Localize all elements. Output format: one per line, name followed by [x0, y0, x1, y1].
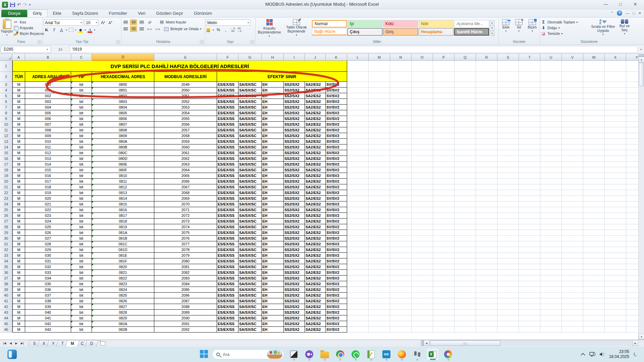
- row-header-20[interactable]: 20: [0, 179, 12, 184]
- row-header-34[interactable]: 34: [0, 258, 12, 264]
- row-header-6[interactable]: 6: [0, 99, 12, 105]
- alignment-dialog-launcher[interactable]: ↘: [200, 40, 204, 44]
- cell[interactable]: [583, 122, 605, 127]
- cell[interactable]: [562, 173, 583, 179]
- cell[interactable]: SA2/ES2: [305, 87, 326, 93]
- cell[interactable]: [519, 162, 540, 167]
- cell[interactable]: SV/SV2: [326, 110, 347, 116]
- cell[interactable]: [519, 264, 540, 270]
- cell[interactable]: [369, 72, 390, 82]
- cell[interactable]: 2064: [154, 167, 217, 173]
- cell[interactable]: [519, 184, 540, 190]
- cell[interactable]: SA/SX/SC: [238, 213, 262, 219]
- cell[interactable]: [605, 127, 626, 133]
- cell[interactable]: 0808: [92, 127, 154, 133]
- vertical-split-handle[interactable]: [639, 54, 644, 57]
- cell[interactable]: 019: [25, 190, 71, 196]
- cell[interactable]: [583, 105, 605, 110]
- cell[interactable]: [540, 82, 562, 87]
- cell[interactable]: [626, 321, 638, 327]
- cell[interactable]: bit: [71, 82, 92, 87]
- cell[interactable]: SA2/ES2: [305, 281, 326, 287]
- cell[interactable]: SS2/SX2: [284, 310, 305, 315]
- cell[interactable]: M: [12, 190, 25, 196]
- cell[interactable]: [540, 224, 562, 230]
- row-header-30[interactable]: 30: [0, 236, 12, 241]
- cell[interactable]: [497, 87, 519, 93]
- cell[interactable]: [583, 219, 605, 224]
- cell[interactable]: bit: [71, 173, 92, 179]
- cell[interactable]: 0800: [92, 82, 154, 87]
- cell[interactable]: SV/SV2: [326, 310, 347, 315]
- cell[interactable]: SS2/SX2: [284, 281, 305, 287]
- cell[interactable]: ES/EX/SS: [217, 276, 238, 281]
- cell[interactable]: [412, 173, 433, 179]
- cell[interactable]: SA2/ES2: [305, 110, 326, 116]
- cell[interactable]: [476, 224, 497, 230]
- tab-split-handle[interactable]: [421, 340, 424, 346]
- cell[interactable]: [433, 327, 454, 333]
- cell[interactable]: [626, 315, 638, 321]
- cell[interactable]: [454, 213, 476, 219]
- cell[interactable]: 081A: [92, 230, 154, 236]
- row-header-29[interactable]: 29: [0, 230, 12, 236]
- cell[interactable]: SA/SX/SC: [238, 179, 262, 184]
- row-header-13[interactable]: 13: [0, 139, 12, 144]
- scroll-down-icon[interactable]: ▼: [639, 334, 644, 340]
- row-header-10[interactable]: 10: [0, 122, 12, 127]
- cell[interactable]: [476, 156, 497, 162]
- cell[interactable]: [390, 315, 412, 321]
- cell[interactable]: 0826: [92, 298, 154, 304]
- cell[interactable]: SA/SX/SC: [238, 207, 262, 213]
- cell[interactable]: MODBUS ADRESLERİ: [154, 72, 217, 82]
- volume-icon[interactable]: [599, 352, 605, 357]
- cell[interactable]: [497, 162, 519, 167]
- cell[interactable]: [519, 253, 540, 258]
- cell[interactable]: 043: [25, 327, 71, 333]
- cell[interactable]: 2057: [154, 127, 217, 133]
- cell[interactable]: 2076: [154, 236, 217, 241]
- cell[interactable]: M: [12, 156, 25, 162]
- cell[interactable]: SA2/ES2: [305, 247, 326, 253]
- cell[interactable]: [476, 99, 497, 105]
- cell[interactable]: 0810: [92, 173, 154, 179]
- cell[interactable]: [540, 321, 562, 327]
- cell[interactable]: [476, 293, 497, 298]
- format-as-table-button[interactable]: 🖉 Tablo OlarakBiçimlendir▾: [282, 18, 311, 37]
- cell[interactable]: EH: [262, 276, 284, 281]
- orientation-button[interactable]: ab: [145, 18, 154, 27]
- cell-style-cikis[interactable]: Çıkış: [347, 28, 382, 36]
- cell[interactable]: 0801: [92, 87, 154, 93]
- bold-button[interactable]: K: [44, 27, 50, 33]
- column-header-S[interactable]: S: [497, 54, 519, 61]
- cell[interactable]: EH: [262, 162, 284, 167]
- cell[interactable]: [454, 93, 476, 99]
- column-header-R[interactable]: R: [476, 54, 497, 61]
- cell[interactable]: EH: [262, 93, 284, 99]
- column-header-I[interactable]: I: [284, 54, 305, 61]
- cell[interactable]: SS2/SX2: [284, 82, 305, 87]
- cell[interactable]: [369, 201, 390, 207]
- cell[interactable]: SS2/SX2: [284, 162, 305, 167]
- cell[interactable]: SV/SV2: [326, 281, 347, 287]
- cell[interactable]: EH: [262, 190, 284, 196]
- cell[interactable]: [583, 258, 605, 264]
- cell-style-normal[interactable]: Normal: [312, 20, 347, 27]
- cell[interactable]: [626, 133, 638, 139]
- align-left-button[interactable]: [122, 26, 129, 32]
- cell[interactable]: [605, 184, 626, 190]
- cell[interactable]: bit: [71, 133, 92, 139]
- cell[interactable]: SA/SX/SC: [238, 150, 262, 156]
- cell[interactable]: [369, 321, 390, 327]
- cell[interactable]: [626, 270, 638, 276]
- cell[interactable]: ES/EX/SS: [217, 213, 238, 219]
- merge-center-button[interactable]: Birleştir ve Ortala ▾: [164, 27, 201, 32]
- cell[interactable]: 2070: [154, 201, 217, 207]
- cell[interactable]: [412, 196, 433, 201]
- cell[interactable]: 033: [25, 270, 71, 276]
- cell[interactable]: [433, 219, 454, 224]
- cell[interactable]: SV/SV2: [326, 144, 347, 150]
- cell[interactable]: SV/SV2: [326, 116, 347, 122]
- cell[interactable]: [562, 196, 583, 201]
- sheet-nav-icon-3[interactable]: ▶|: [19, 342, 25, 345]
